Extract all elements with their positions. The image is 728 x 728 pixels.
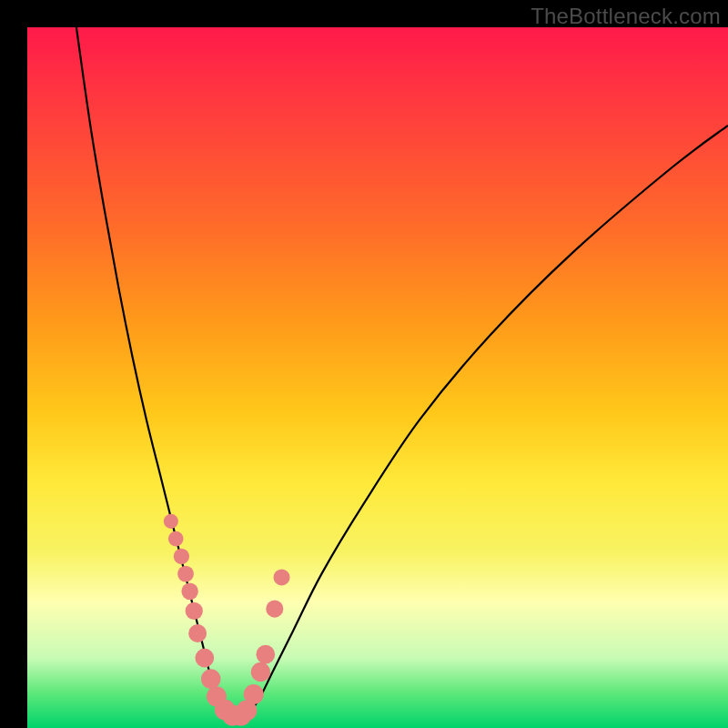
marker-point (174, 549, 189, 564)
marker-point (201, 669, 221, 689)
watermark-text: TheBottleneck.com (531, 4, 721, 29)
chart-frame: TheBottleneck.com (0, 0, 728, 728)
marker-point (164, 514, 178, 529)
marker-point (177, 566, 194, 582)
plot-area (27, 27, 728, 728)
marker-point (266, 601, 283, 618)
marker-group (164, 514, 290, 726)
marker-point (251, 662, 270, 682)
marker-point (181, 583, 198, 601)
marker-point (188, 624, 207, 642)
marker-point (256, 645, 275, 664)
marker-point (195, 649, 214, 668)
marker-point (273, 569, 289, 585)
marker-point (168, 531, 184, 547)
chart-svg (27, 27, 728, 728)
marker-point (244, 684, 264, 704)
marker-point (186, 602, 203, 620)
bottleneck-curve (76, 27, 728, 719)
